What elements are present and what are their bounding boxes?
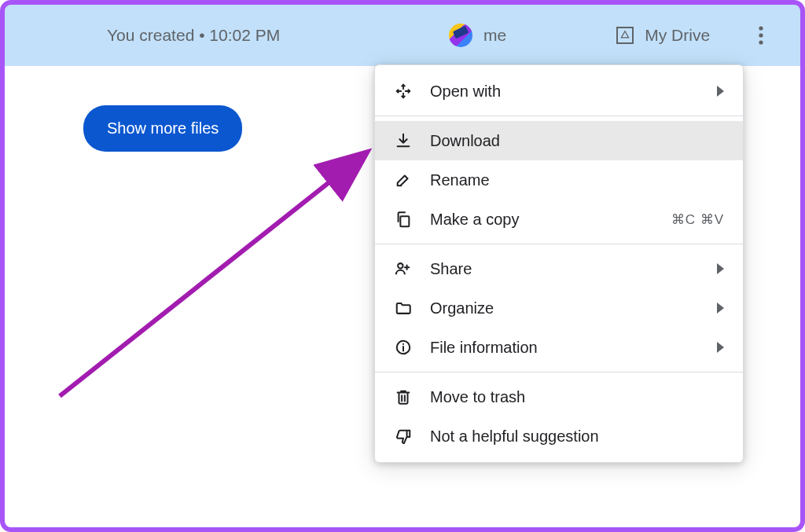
drive-icon	[616, 27, 634, 44]
info-icon	[394, 338, 413, 357]
menu-divider	[375, 244, 743, 244]
avatar	[449, 24, 472, 47]
file-header-bar: You created • 10:02 PM me My Drive	[5, 5, 800, 66]
menu-label: Make a copy	[430, 211, 654, 229]
organize-icon	[394, 299, 413, 317]
menu-download[interactable]: Download	[375, 121, 743, 160]
location-label: My Drive	[645, 26, 710, 45]
menu-label: Move to trash	[430, 388, 724, 406]
svg-point-1	[759, 33, 763, 37]
menu-organize[interactable]: Organize	[375, 288, 743, 328]
menu-shortcut: ⌘C ⌘V	[671, 211, 724, 228]
show-more-files-button[interactable]: Show more files	[83, 105, 242, 152]
file-owner-cell: me	[449, 24, 506, 47]
svg-point-0	[759, 26, 763, 30]
thumbs-down-icon	[394, 427, 413, 446]
content-area: Show more files Open with Download	[5, 66, 800, 532]
menu-label: Share	[430, 260, 700, 278]
menu-divider	[375, 116, 743, 116]
menu-rename[interactable]: Rename	[375, 160, 743, 200]
file-location-cell: My Drive	[616, 26, 710, 45]
download-icon	[394, 131, 413, 150]
svg-line-4	[60, 154, 365, 396]
open-with-icon	[394, 82, 413, 101]
menu-label: Organize	[430, 299, 700, 317]
menu-label: Rename	[430, 171, 724, 189]
chevron-right-icon	[717, 303, 724, 314]
owner-label: me	[483, 26, 506, 45]
trash-icon	[394, 387, 413, 406]
context-menu: Open with Download Rename Make a copy ⌘C…	[374, 64, 744, 463]
menu-divider	[375, 372, 743, 372]
svg-point-2	[759, 40, 763, 44]
chevron-right-icon	[717, 86, 724, 97]
file-created-info: You created • 10:02 PM	[107, 26, 280, 45]
menu-label: Open with	[430, 83, 700, 101]
share-icon	[394, 259, 413, 278]
more-options-button[interactable]	[745, 20, 777, 51]
menu-file-information[interactable]: File information	[375, 328, 743, 367]
menu-move-to-trash[interactable]: Move to trash	[375, 377, 743, 416]
chevron-right-icon	[717, 342, 724, 353]
annotation-arrow	[44, 145, 382, 412]
menu-open-with[interactable]: Open with	[375, 72, 743, 111]
menu-share[interactable]: Share	[375, 249, 743, 288]
menu-label: Download	[430, 132, 724, 150]
menu-label: Not a helpful suggestion	[430, 427, 724, 446]
menu-label: File information	[430, 339, 700, 357]
chevron-right-icon	[717, 263, 724, 274]
svg-rect-5	[400, 216, 409, 226]
menu-make-copy[interactable]: Make a copy ⌘C ⌘V	[375, 200, 743, 239]
copy-icon	[394, 210, 413, 229]
rename-icon	[394, 171, 413, 189]
menu-not-helpful[interactable]: Not a helpful suggestion	[375, 416, 743, 456]
svg-point-6	[398, 263, 402, 268]
